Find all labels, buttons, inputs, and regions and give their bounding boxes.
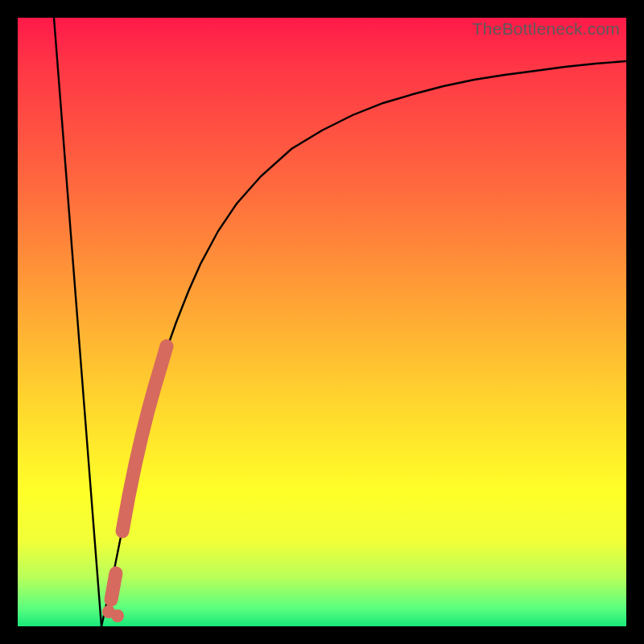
highlight-segment-tip: [111, 573, 116, 600]
descending-branch: [54, 18, 101, 626]
plot-area: TheBottleneck.com: [18, 18, 626, 626]
curve-layer: [18, 18, 626, 626]
ascending-branch: [101, 61, 626, 626]
highlight-dot-2: [111, 609, 124, 622]
chart-frame: TheBottleneck.com: [0, 0, 644, 644]
highlight-segment: [122, 346, 167, 531]
